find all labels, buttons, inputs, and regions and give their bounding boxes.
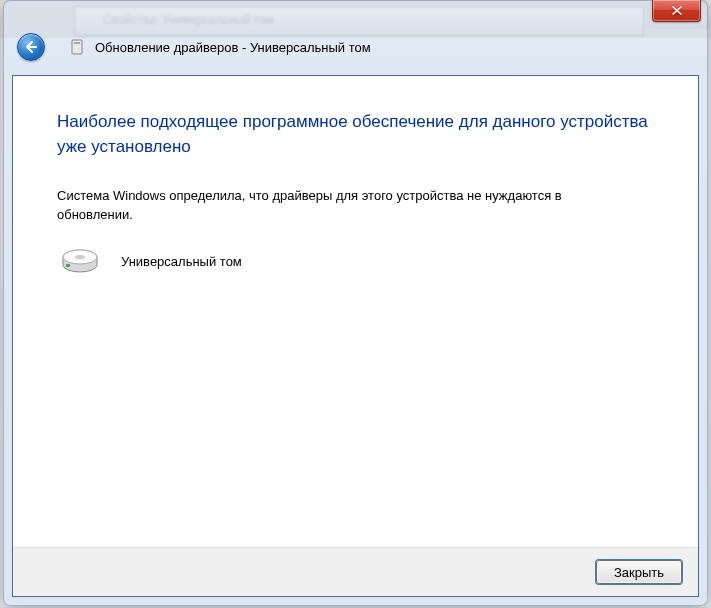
content-area: Наиболее подходящее программное обеспече…: [13, 76, 698, 277]
result-description: Система Windows определила, что драйверы…: [57, 187, 617, 225]
svg-rect-1: [74, 42, 80, 44]
content-frame: Наиболее подходящее программное обеспече…: [12, 75, 699, 597]
driver-update-dialog: Обновление драйверов - Универсальный том…: [3, 0, 708, 606]
titlebar: Обновление драйверов - Универсальный том: [11, 31, 700, 63]
hard-drive-icon: [61, 247, 99, 277]
close-button[interactable]: Закрыть: [596, 560, 682, 584]
arrow-left-icon: [24, 40, 38, 54]
window-close-button[interactable]: [652, 0, 701, 22]
device-small-icon: [69, 39, 85, 55]
device-name: Универсальный том: [121, 254, 242, 269]
svg-rect-5: [66, 264, 70, 267]
device-row: Универсальный том: [57, 247, 654, 277]
result-heading: Наиболее подходящее программное обеспече…: [57, 110, 654, 159]
back-button[interactable]: [17, 33, 45, 61]
button-bar: Закрыть: [13, 547, 698, 596]
svg-point-4: [75, 255, 85, 259]
close-icon: [671, 5, 683, 16]
dialog-title: Обновление драйверов - Универсальный том: [95, 40, 371, 55]
